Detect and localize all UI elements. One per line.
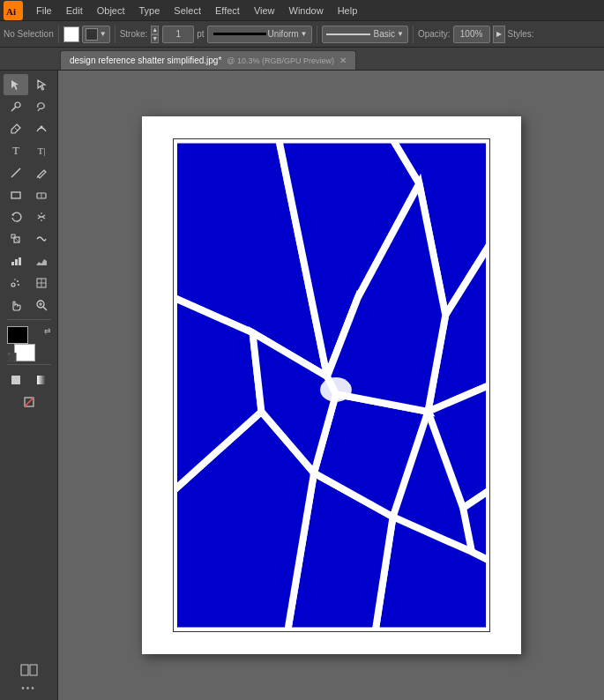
touch-type-button[interactable]: T| (29, 140, 54, 161)
libraries-button[interactable] (11, 660, 47, 680)
brush-dropdown[interactable]: Basic ▼ (322, 26, 408, 43)
magic-wand-icon (10, 101, 22, 113)
options-toolbar: No Selection ▼ Stroke: ▲ ▼ pt Uniform ▼ … (0, 21, 604, 48)
reset-colors-icon[interactable]: ⬛ (7, 353, 17, 361)
svg-line-3 (11, 107, 16, 111)
warp-tool-button[interactable] (29, 228, 54, 249)
separator (58, 26, 59, 43)
slice-tool-button[interactable] (29, 272, 54, 294)
solid-color-icon (10, 374, 22, 386)
stroke-color-swatch[interactable] (14, 344, 35, 361)
svg-line-34 (25, 398, 34, 406)
stroke-unit-label: pt (197, 29, 204, 39)
line-tool-icon (10, 167, 22, 179)
rotate-tool-button[interactable] (4, 206, 28, 227)
svg-line-4 (38, 108, 40, 111)
svg-text:Ai: Ai (6, 6, 16, 17)
svg-rect-17 (11, 262, 14, 265)
tool-row-10 (0, 272, 57, 294)
menu-help[interactable]: Help (332, 4, 364, 18)
selection-tool-button[interactable] (4, 74, 28, 95)
none-mode-button[interactable] (17, 391, 41, 413)
artwork-svg (174, 139, 489, 631)
zoom-tool-button[interactable] (29, 294, 54, 316)
area-graph-tool-button[interactable] (29, 250, 54, 272)
svg-line-7 (11, 168, 20, 177)
curvature-tool-button[interactable] (29, 118, 54, 139)
svg-line-5 (15, 128, 18, 130)
pencil-tool-button[interactable] (29, 162, 54, 183)
appearance-chevron-icon: ▼ (100, 30, 107, 38)
opacity-expand-button[interactable]: ▶ (493, 26, 505, 43)
svg-point-52 (320, 377, 352, 402)
hand-tool-button[interactable] (4, 294, 28, 316)
rotate-icon (10, 211, 22, 223)
stroke-profile-dropdown[interactable]: Uniform ▼ (207, 26, 312, 43)
selection-tool-icon (10, 78, 22, 91)
menu-effect[interactable]: Effect (209, 4, 246, 18)
magic-wand-tool-button[interactable] (4, 96, 28, 117)
stroke-profile-label: Uniform (268, 29, 299, 39)
rectangle-tool-button[interactable] (4, 184, 28, 205)
color-mode-button[interactable] (4, 369, 28, 391)
toolbox: T T| (0, 71, 58, 700)
tool-row-3 (0, 118, 57, 139)
svg-rect-35 (21, 665, 28, 675)
touch-type-icon: T| (38, 145, 46, 156)
brush-preview (326, 34, 370, 35)
libraries-icon (20, 664, 38, 676)
menu-type[interactable]: Type (133, 4, 167, 18)
hand-icon (10, 299, 22, 311)
reflect-tool-button[interactable] (29, 206, 54, 227)
menu-view[interactable]: View (248, 4, 281, 18)
brush-chevron-icon: ▼ (397, 30, 404, 38)
svg-line-28 (43, 307, 47, 310)
separator3 (317, 26, 317, 43)
ai-logo-icon: Ai (4, 1, 23, 20)
tab-close-button[interactable]: ✕ (339, 56, 347, 65)
stroke-profile-chevron-icon: ▼ (301, 30, 308, 38)
pen-tool-button[interactable] (4, 118, 28, 139)
gradient-mode-button[interactable] (29, 369, 54, 391)
eraser-tool-button[interactable] (29, 184, 54, 205)
lasso-tool-button[interactable] (29, 96, 54, 117)
color-swatches-area: ⇄ ⬛ (7, 326, 51, 361)
canvas-inner[interactable] (173, 138, 490, 632)
menu-select[interactable]: Select (168, 4, 207, 18)
more-tools-icon[interactable]: ••• (21, 683, 36, 693)
svg-line-16 (15, 238, 19, 242)
svg-point-6 (41, 126, 43, 129)
tool-row-4: T T| (0, 140, 57, 161)
eraser-icon (35, 189, 48, 201)
svg-point-21 (17, 280, 19, 282)
reflect-icon (35, 211, 48, 223)
fill-swatch[interactable] (7, 326, 28, 344)
menu-edit[interactable]: Edit (60, 4, 89, 18)
symbol-sprayer-button[interactable] (4, 272, 28, 294)
fill-color-swatch[interactable] (63, 26, 79, 42)
separator4 (413, 26, 414, 43)
pencil-icon (35, 167, 48, 179)
line-tool-button[interactable] (4, 162, 28, 183)
stroke-width-up[interactable]: ▲ (151, 26, 159, 34)
menu-file[interactable]: File (30, 4, 58, 18)
stroke-width-input[interactable] (162, 26, 194, 43)
appearance-dropdown[interactable]: ▼ (82, 26, 110, 43)
rectangle-icon (10, 189, 22, 201)
type-tool-button[interactable]: T (4, 140, 28, 161)
tool-separator2 (7, 364, 51, 365)
direct-selection-tool-button[interactable] (29, 74, 54, 95)
styles-label: Styles: (508, 29, 534, 39)
opacity-input[interactable] (453, 26, 490, 43)
tool-row-7 (0, 206, 57, 227)
column-graph-tool-button[interactable] (4, 250, 28, 272)
stroke-width-down[interactable]: ▼ (151, 34, 159, 43)
scale-tool-button[interactable] (4, 228, 28, 249)
swap-colors-icon[interactable]: ⇄ (44, 326, 51, 335)
svg-rect-9 (11, 192, 20, 198)
menu-window[interactable]: Window (283, 4, 330, 18)
document-tab[interactable]: design reference shatter simplified.jpg*… (60, 50, 356, 70)
menu-object[interactable]: Object (91, 4, 131, 18)
tool-row-11 (0, 294, 57, 316)
stroke-line-preview (213, 33, 266, 35)
